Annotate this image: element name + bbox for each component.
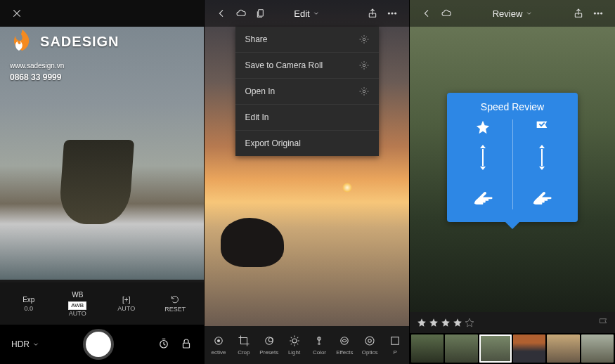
menu-open-in[interactable]: Open In [235,79,379,105]
menu-export-original-label: Export Original [245,138,301,148]
tool-effects[interactable]: Effects [332,334,357,356]
cloud-icon[interactable] [231,4,251,23]
menu-save-camera-roll[interactable]: Save to Camera Roll [235,53,379,79]
svg-point-18 [368,339,372,343]
review-topbar: Review [410,0,615,27]
tool-color[interactable]: Color [307,334,332,356]
tool-presets[interactable]: Presets [257,334,282,356]
menu-share[interactable]: Share [235,27,379,53]
gear-icon [359,34,369,44]
star-icon[interactable] [465,318,474,327]
chevron-down-icon [313,10,320,17]
timer-icon[interactable] [157,337,170,351]
tool-last[interactable]: P [382,334,408,356]
exposure-value: 0.0 [4,305,53,312]
chevron-down-icon [525,10,532,17]
menu-edit-in[interactable]: Edit In [235,105,379,131]
rating-bar [410,312,615,333]
flag-icon [534,119,550,135]
svg-point-21 [594,13,595,14]
swipe-hand-icon [527,180,557,209]
more-icon[interactable] [588,4,608,23]
close-icon[interactable] [7,4,27,23]
tool-optics[interactable]: Optics [357,334,382,356]
back-icon[interactable] [417,4,436,23]
svg-point-5 [391,13,393,14]
more-icon[interactable] [382,4,402,23]
shutter-button[interactable] [83,329,114,360]
chevron-down-icon [32,341,39,348]
menu-edit-in-label: Edit In [245,112,269,122]
watermark-phone: 0868 33 9999 [10,72,119,82]
star-icon[interactable] [429,318,439,327]
tool-crop[interactable]: Crop [231,334,257,356]
svg-point-16 [341,337,349,345]
reset-label: RESET [151,306,200,313]
review-title-label: Review [493,8,523,19]
svg-point-8 [363,64,365,67]
svg-point-11 [217,340,219,342]
svg-rect-2 [259,10,264,16]
hdr-label: HDR [11,339,30,349]
focus-control[interactable]: [+] AUTO [102,296,151,312]
svg-point-4 [388,13,389,14]
speed-review-overlay[interactable]: Speed Review [447,93,578,222]
swipe-arrows-icon [537,142,547,173]
share-icon[interactable] [363,4,382,23]
svg-rect-25 [541,149,543,166]
menu-save-label: Save to Camera Roll [245,60,323,70]
svg-point-17 [365,337,374,345]
reset-control[interactable]: RESET [151,294,200,313]
wb-value: AUTO [53,310,103,317]
svg-point-13 [268,338,273,342]
review-title-dropdown[interactable]: Review [493,8,533,19]
menu-open-in-label: Open In [245,86,276,96]
thumbnail[interactable] [411,334,444,363]
swipe-hand-icon [468,180,498,209]
gear-icon [359,60,369,70]
edit-title-dropdown[interactable]: Edit [294,8,319,19]
camera-bottom-bar: HDR [0,325,204,364]
exposure-control[interactable]: Exp 0.0 [4,296,53,312]
svg-rect-24 [482,149,484,166]
edit-panel: Edit Share Save to Camera Roll Open In E… [205,0,410,364]
thumbnail[interactable] [547,334,579,363]
hdr-button[interactable]: HDR [11,339,39,349]
thumbnail[interactable] [581,334,614,363]
tool-selective[interactable]: ective [206,334,231,356]
color-icon [313,334,325,347]
optics-icon [363,334,376,347]
lock-icon[interactable] [180,337,193,351]
cloud-icon[interactable] [436,4,456,23]
speed-review-rate-column [454,119,512,209]
back-icon[interactable] [212,4,231,23]
star-icon[interactable] [417,318,427,327]
awb-badge: AWB [68,301,86,310]
filmstrip [410,333,615,364]
gear-icon [359,86,369,96]
star-icon[interactable] [441,318,451,327]
thumbnail[interactable] [445,334,477,363]
flag-icon[interactable] [598,318,608,327]
svg-point-9 [363,90,365,93]
edit-title-label: Edit [294,8,309,19]
share-icon[interactable] [569,4,588,23]
menu-share-label: Share [245,34,268,44]
thumbnail-selected[interactable] [479,334,512,363]
star-icon [475,119,491,135]
speed-review-flag-column [512,119,571,209]
tool-light[interactable]: Light [282,334,307,356]
wb-label: WB [53,291,103,299]
reset-icon [169,294,181,304]
camera-panel: SADESIGN www.sadesign.vn 0868 33 9999 Ex… [0,0,205,364]
focus-value: AUTO [102,305,151,312]
thumbnail[interactable] [513,334,545,363]
edit-tools-bar: ective Crop Presets Light Color Effects … [205,326,409,364]
menu-export-original[interactable]: Export Original [235,131,379,156]
copy-icon[interactable] [251,4,271,23]
star-icon[interactable] [453,318,462,327]
watermark-brand: SADESIGN [40,34,119,49]
light-icon [288,334,301,347]
svg-point-14 [292,339,297,343]
white-balance-control[interactable]: WB AWB AUTO [53,291,103,317]
